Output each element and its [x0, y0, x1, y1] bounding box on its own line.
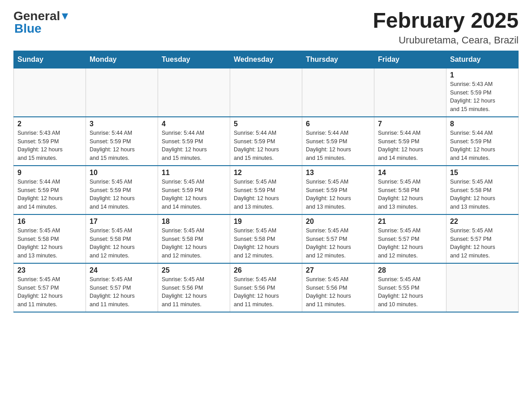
day-number: 10	[90, 169, 154, 177]
calendar-cell	[374, 68, 446, 117]
day-info: Sunrise: 5:45 AMSunset: 5:55 PMDaylight:…	[378, 275, 442, 309]
calendar-cell	[14, 68, 86, 117]
calendar-cell: 23Sunrise: 5:45 AMSunset: 5:57 PMDayligh…	[14, 263, 86, 312]
day-number: 5	[234, 120, 298, 128]
calendar-cell: 17Sunrise: 5:45 AMSunset: 5:58 PMDayligh…	[86, 214, 158, 263]
day-number: 12	[234, 169, 298, 177]
calendar-cell: 21Sunrise: 5:45 AMSunset: 5:57 PMDayligh…	[374, 214, 446, 263]
day-info: Sunrise: 5:44 AMSunset: 5:59 PMDaylight:…	[162, 129, 226, 163]
header-row: Sunday Monday Tuesday Wednesday Thursday…	[14, 51, 519, 68]
day-info: Sunrise: 5:45 AMSunset: 5:59 PMDaylight:…	[162, 178, 226, 211]
logo: General Blue	[13, 9, 70, 36]
day-info: Sunrise: 5:45 AMSunset: 5:59 PMDaylight:…	[234, 178, 298, 211]
day-info: Sunrise: 5:43 AMSunset: 5:59 PMDaylight:…	[17, 129, 82, 163]
calendar-cell	[446, 263, 519, 312]
calendar-cell: 13Sunrise: 5:45 AMSunset: 5:59 PMDayligh…	[302, 166, 374, 214]
title-block: February 2025 Uruburetama, Ceara, Brazil	[373, 9, 519, 46]
day-info: Sunrise: 5:45 AMSunset: 5:56 PMDaylight:…	[306, 275, 370, 309]
calendar-cell: 20Sunrise: 5:45 AMSunset: 5:57 PMDayligh…	[302, 214, 374, 263]
day-number: 3	[90, 120, 154, 128]
col-thursday: Thursday	[302, 51, 374, 68]
day-number: 19	[234, 218, 298, 226]
day-number: 23	[17, 266, 82, 274]
calendar-cell	[230, 68, 302, 117]
calendar-cell: 22Sunrise: 5:45 AMSunset: 5:57 PMDayligh…	[446, 214, 519, 263]
day-number: 26	[234, 266, 298, 274]
calendar-cell: 27Sunrise: 5:45 AMSunset: 5:56 PMDayligh…	[302, 263, 374, 312]
calendar-cell: 19Sunrise: 5:45 AMSunset: 5:58 PMDayligh…	[230, 214, 302, 263]
day-info: Sunrise: 5:44 AMSunset: 5:59 PMDaylight:…	[378, 129, 442, 163]
day-info: Sunrise: 5:44 AMSunset: 5:59 PMDaylight:…	[90, 129, 154, 163]
day-number: 6	[306, 120, 370, 128]
day-info: Sunrise: 5:45 AMSunset: 5:57 PMDaylight:…	[378, 227, 442, 260]
day-info: Sunrise: 5:44 AMSunset: 5:59 PMDaylight:…	[450, 129, 515, 163]
day-info: Sunrise: 5:44 AMSunset: 5:59 PMDaylight:…	[306, 129, 370, 163]
day-info: Sunrise: 5:45 AMSunset: 5:56 PMDaylight:…	[162, 275, 226, 309]
day-number: 8	[450, 120, 515, 128]
day-info: Sunrise: 5:45 AMSunset: 5:58 PMDaylight:…	[234, 227, 298, 260]
day-number: 2	[17, 120, 82, 128]
calendar-cell: 5Sunrise: 5:44 AMSunset: 5:59 PMDaylight…	[230, 117, 302, 166]
calendar-cell: 6Sunrise: 5:44 AMSunset: 5:59 PMDaylight…	[302, 117, 374, 166]
day-number: 9	[17, 169, 82, 177]
day-number: 22	[450, 218, 515, 226]
day-info: Sunrise: 5:45 AMSunset: 5:57 PMDaylight:…	[450, 227, 515, 260]
day-number: 16	[17, 218, 82, 226]
calendar-cell: 9Sunrise: 5:44 AMSunset: 5:59 PMDaylight…	[14, 166, 86, 214]
calendar-cell: 15Sunrise: 5:45 AMSunset: 5:58 PMDayligh…	[446, 166, 519, 214]
day-info: Sunrise: 5:45 AMSunset: 5:59 PMDaylight:…	[306, 178, 370, 211]
day-info: Sunrise: 5:45 AMSunset: 5:57 PMDaylight:…	[17, 275, 82, 309]
calendar-cell: 18Sunrise: 5:45 AMSunset: 5:58 PMDayligh…	[158, 214, 230, 263]
calendar-week-3: 9Sunrise: 5:44 AMSunset: 5:59 PMDaylight…	[14, 166, 519, 214]
day-number: 27	[306, 266, 370, 274]
calendar-cell: 7Sunrise: 5:44 AMSunset: 5:59 PMDaylight…	[374, 117, 446, 166]
calendar-cell: 24Sunrise: 5:45 AMSunset: 5:57 PMDayligh…	[86, 263, 158, 312]
calendar-cell: 28Sunrise: 5:45 AMSunset: 5:55 PMDayligh…	[374, 263, 446, 312]
day-number: 17	[90, 218, 154, 226]
calendar-cell	[158, 68, 230, 117]
calendar-week-5: 23Sunrise: 5:45 AMSunset: 5:57 PMDayligh…	[14, 263, 519, 312]
col-monday: Monday	[86, 51, 158, 68]
calendar-cell: 25Sunrise: 5:45 AMSunset: 5:56 PMDayligh…	[158, 263, 230, 312]
calendar-header: Sunday Monday Tuesday Wednesday Thursday…	[14, 51, 519, 68]
day-number: 1	[450, 71, 515, 79]
day-info: Sunrise: 5:45 AMSunset: 5:58 PMDaylight:…	[17, 227, 82, 260]
svg-marker-0	[62, 13, 68, 20]
col-friday: Friday	[374, 51, 446, 68]
day-number: 24	[90, 266, 154, 274]
calendar-week-4: 16Sunrise: 5:45 AMSunset: 5:58 PMDayligh…	[14, 214, 519, 263]
location-title: Uruburetama, Ceara, Brazil	[373, 34, 519, 46]
calendar-cell: 14Sunrise: 5:45 AMSunset: 5:58 PMDayligh…	[374, 166, 446, 214]
calendar-cell: 26Sunrise: 5:45 AMSunset: 5:56 PMDayligh…	[230, 263, 302, 312]
calendar-cell	[302, 68, 374, 117]
col-wednesday: Wednesday	[230, 51, 302, 68]
month-title: February 2025	[373, 9, 519, 33]
calendar-table: Sunday Monday Tuesday Wednesday Thursday…	[13, 51, 519, 313]
day-info: Sunrise: 5:45 AMSunset: 5:59 PMDaylight:…	[90, 178, 154, 211]
calendar-cell: 10Sunrise: 5:45 AMSunset: 5:59 PMDayligh…	[86, 166, 158, 214]
day-number: 15	[450, 169, 515, 177]
calendar-cell: 12Sunrise: 5:45 AMSunset: 5:59 PMDayligh…	[230, 166, 302, 214]
day-info: Sunrise: 5:45 AMSunset: 5:57 PMDaylight:…	[306, 227, 370, 260]
calendar-cell: 4Sunrise: 5:44 AMSunset: 5:59 PMDaylight…	[158, 117, 230, 166]
calendar-cell: 3Sunrise: 5:44 AMSunset: 5:59 PMDaylight…	[86, 117, 158, 166]
day-info: Sunrise: 5:45 AMSunset: 5:58 PMDaylight:…	[378, 178, 442, 211]
day-info: Sunrise: 5:44 AMSunset: 5:59 PMDaylight:…	[17, 178, 82, 211]
page-header: General Blue February 2025 Uruburetama, …	[13, 9, 519, 46]
day-number: 21	[378, 218, 442, 226]
day-number: 25	[162, 266, 226, 274]
calendar-cell	[86, 68, 158, 117]
day-info: Sunrise: 5:44 AMSunset: 5:59 PMDaylight:…	[234, 129, 298, 163]
calendar-week-1: 1Sunrise: 5:43 AMSunset: 5:59 PMDaylight…	[14, 68, 519, 117]
day-number: 4	[162, 120, 226, 128]
day-number: 20	[306, 218, 370, 226]
day-number: 28	[378, 266, 442, 274]
day-number: 18	[162, 218, 226, 226]
logo-arrow-icon	[60, 12, 70, 21]
day-number: 14	[378, 169, 442, 177]
day-info: Sunrise: 5:45 AMSunset: 5:58 PMDaylight:…	[450, 178, 515, 211]
col-tuesday: Tuesday	[158, 51, 230, 68]
calendar-week-2: 2Sunrise: 5:43 AMSunset: 5:59 PMDaylight…	[14, 117, 519, 166]
day-info: Sunrise: 5:43 AMSunset: 5:59 PMDaylight:…	[450, 80, 515, 114]
day-number: 11	[162, 169, 226, 177]
